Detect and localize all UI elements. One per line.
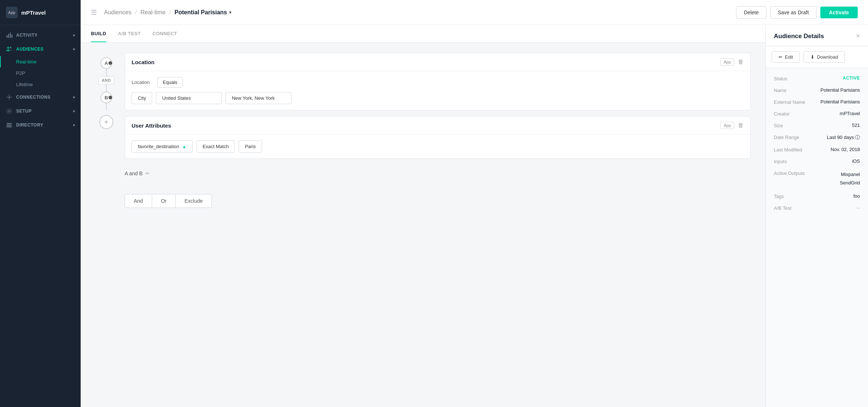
detail-creator: Creator mPTravel — [774, 111, 860, 117]
sidebar-sub-realtime[interactable]: Real-time — [0, 56, 81, 67]
attribute-operator-chip[interactable]: Exact Match — [196, 140, 235, 153]
sidebar-nav: ACTIVITY ▾ AUDIENCES ▾ Real-time P2P Lif… — [0, 25, 81, 407]
detail-name: Name Potential Parisians — [774, 87, 860, 93]
breadcrumb-sep-1: / — [135, 9, 137, 16]
audience-dropdown-icon[interactable]: ▾ — [229, 10, 231, 15]
logic-text: A and B — [125, 170, 143, 176]
logic-edit-icon[interactable]: ✏ — [146, 170, 150, 176]
inputs-label: Inputs — [774, 158, 810, 164]
details-actions: ✏ Edit ⬇ Download — [766, 46, 868, 68]
logo-text: mPTravel — [21, 10, 46, 16]
sidebar-item-setup[interactable]: SETUP ▾ — [0, 104, 81, 118]
add-or-button[interactable]: Or — [152, 194, 176, 208]
chevron-down-icon: ▾ — [73, 33, 75, 37]
chevron-down-icon-directory: ▾ — [73, 123, 75, 127]
sidebar-item-activity[interactable]: ACTIVITY ▾ — [0, 28, 81, 42]
connector-and-top — [106, 84, 107, 92]
location-country-chip[interactable]: United States — [156, 92, 222, 104]
main-container: ☰ Audiences / Real-time / Potential Pari… — [81, 0, 868, 407]
location-type-chip[interactable]: City — [132, 92, 152, 104]
breadcrumb-audiences[interactable]: Audiences — [104, 9, 132, 16]
content-area: BUILD A/B TEST CONNECT A AND — [81, 25, 868, 407]
block-b-delete-icon[interactable]: 🗑 — [738, 122, 744, 129]
app-icon: App — [6, 7, 18, 18]
tab-build[interactable]: BUILD — [91, 25, 106, 42]
activate-button[interactable]: Activate — [820, 7, 858, 18]
node-b-dot — [108, 96, 112, 99]
svg-point-11 — [8, 110, 10, 112]
creator-label: Creator — [774, 111, 810, 117]
block-location-title[interactable] — [132, 59, 720, 65]
breadcrumb-realtime[interactable]: Real-time — [140, 9, 165, 16]
sidebar-logo[interactable]: App mPTravel — [0, 0, 81, 25]
breadcrumb: Audiences / Real-time / Potential Parisi… — [104, 9, 231, 16]
attr-type-icon: ▲ — [182, 144, 187, 149]
close-icon[interactable]: × — [856, 32, 860, 40]
block-a-app-badge[interactable]: App — [720, 58, 734, 66]
attribute-name-text: favorite_destination — [138, 144, 179, 149]
sidebar-item-directory-label: DIRECTORY — [16, 122, 43, 128]
detail-last-modified: Last Modified Nov. 02, 2018 — [774, 147, 860, 153]
sidebar-item-connections-label: CONNECTIONS — [16, 95, 51, 100]
edit-button[interactable]: ✏ Edit — [772, 51, 800, 63]
location-operator-chip[interactable]: Equals — [157, 77, 183, 88]
sidebar-sub-lifetime[interactable]: Lifetime — [0, 79, 81, 90]
edit-label: Edit — [785, 54, 793, 60]
location-filter-label: Location — [132, 80, 154, 85]
sidebar-sub-p2p[interactable]: P2P — [0, 67, 81, 79]
hamburger-icon[interactable]: ☰ — [91, 8, 97, 16]
svg-rect-0 — [7, 35, 8, 38]
block-user-attrs: App 🗑 favorite_destination ▲ — [125, 116, 751, 159]
chart-icon — [6, 32, 12, 38]
download-button[interactable]: ⬇ Download — [803, 51, 845, 63]
creator-value: mPTravel — [814, 111, 860, 116]
location-city-chip[interactable]: New York, New York — [225, 92, 291, 104]
detail-inputs: Inputs iOS — [774, 158, 860, 164]
chevron-down-icon-setup: ▾ — [73, 109, 75, 113]
attribute-value-chip[interactable]: Paris — [239, 140, 262, 153]
ab-test-label: A/B Test — [774, 205, 810, 211]
svg-rect-14 — [7, 126, 12, 128]
detail-external-name: External Name Potential Parisians — [774, 99, 860, 105]
build-panel: BUILD A/B TEST CONNECT A AND — [81, 25, 765, 407]
connector-b — [106, 103, 107, 111]
add-exclude-button[interactable]: Exclude — [176, 194, 212, 208]
top-bar-actions: Delete Save as Draft Activate — [736, 6, 858, 19]
status-value: ACTIVE — [843, 76, 860, 81]
tab-ab-test[interactable]: A/B TEST — [118, 25, 141, 42]
sidebar-item-activity-label: ACTIVITY — [16, 33, 38, 38]
download-icon: ⬇ — [810, 54, 814, 60]
tags-label: Tags — [774, 193, 810, 199]
block-a-delete-icon[interactable]: 🗑 — [738, 59, 744, 65]
connections-icon — [6, 94, 12, 100]
date-range-label: Date Range — [774, 134, 810, 140]
svg-rect-13 — [7, 125, 12, 126]
delete-button[interactable]: Delete — [736, 6, 766, 19]
name-label: Name — [774, 87, 810, 93]
block-b-app-badge[interactable]: App — [720, 122, 734, 129]
save-draft-button[interactable]: Save as Draft — [770, 6, 817, 19]
sidebar-item-audiences-label: AUDIENCES — [16, 47, 44, 52]
edit-pencil-icon: ✏ — [779, 54, 783, 60]
size-label: Size — [774, 122, 810, 128]
tab-connect[interactable]: CONNECT — [152, 25, 177, 42]
add-block-button[interactable]: + — [99, 115, 113, 129]
setup-icon — [6, 108, 12, 114]
sidebar-item-connections[interactable]: CONNECTIONS ▾ — [0, 90, 81, 104]
breadcrumb-sep-2: / — [169, 9, 171, 16]
logic-row: A and B ✏ — [125, 168, 751, 179]
sidebar-item-audiences[interactable]: AUDIENCES ▾ — [0, 42, 81, 56]
and-badge: AND — [98, 76, 114, 84]
add-and-button[interactable]: And — [125, 194, 152, 208]
sidebar-item-directory[interactable]: DIRECTORY ▾ — [0, 118, 81, 132]
block-location-header: App 🗑 — [125, 53, 750, 71]
block-user-attrs-title[interactable] — [132, 122, 720, 129]
connector-a — [106, 69, 107, 76]
svg-point-5 — [10, 47, 11, 48]
node-a-dot — [108, 61, 112, 65]
last-modified-value: Nov. 02, 2018 — [814, 147, 860, 152]
sidebar-item-setup-label: SETUP — [16, 109, 32, 114]
attribute-name-chip[interactable]: favorite_destination ▲ — [132, 140, 193, 153]
download-label: Download — [817, 54, 838, 60]
details-title: Audience Details — [774, 33, 856, 40]
